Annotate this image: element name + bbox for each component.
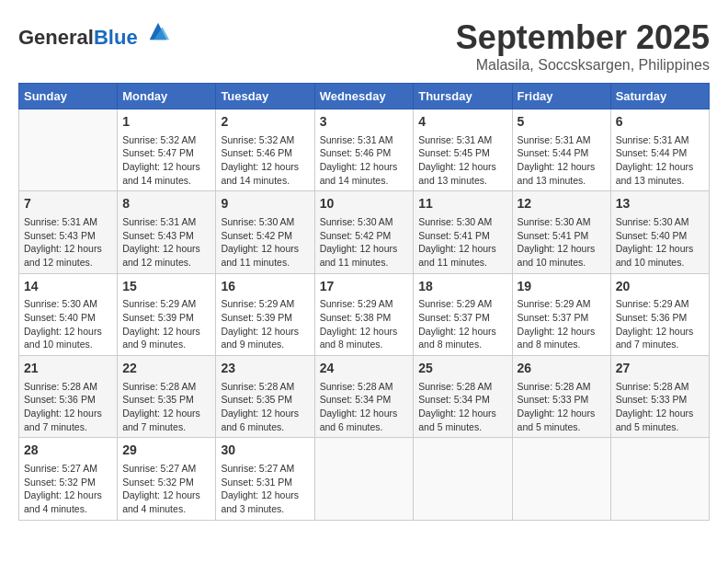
calendar-cell: [610, 438, 709, 520]
day-number: 12: [518, 195, 606, 213]
day-number: 11: [418, 195, 506, 213]
calendar-cell: 21Sunrise: 5:28 AM Sunset: 5:36 PM Dayli…: [19, 356, 118, 438]
day-detail: Sunrise: 5:29 AM Sunset: 5:38 PM Dayligh…: [320, 297, 409, 351]
calendar-cell: 10Sunrise: 5:30 AM Sunset: 5:42 PM Dayli…: [314, 191, 414, 273]
logo: GeneralBlue: [18, 18, 171, 49]
day-number: 18: [418, 278, 506, 296]
day-detail: Sunrise: 5:32 AM Sunset: 5:46 PM Dayligh…: [221, 133, 309, 188]
day-number: 16: [221, 278, 309, 296]
day-detail: Sunrise: 5:32 AM Sunset: 5:47 PM Dayligh…: [122, 133, 210, 188]
day-detail: Sunrise: 5:29 AM Sunset: 5:39 PM Dayligh…: [221, 297, 309, 351]
day-detail: Sunrise: 5:28 AM Sunset: 5:33 PM Dayligh…: [616, 380, 704, 434]
weekday-tuesday: Tuesday: [216, 84, 314, 109]
day-number: 23: [221, 360, 309, 378]
calendar-cell: 20Sunrise: 5:29 AM Sunset: 5:36 PM Dayli…: [610, 273, 709, 355]
day-number: 13: [616, 195, 704, 213]
day-number: 15: [122, 278, 210, 296]
calendar-cell: 13Sunrise: 5:30 AM Sunset: 5:40 PM Dayli…: [610, 191, 709, 273]
day-detail: Sunrise: 5:28 AM Sunset: 5:36 PM Dayligh…: [24, 380, 112, 434]
calendar-cell: 27Sunrise: 5:28 AM Sunset: 5:33 PM Dayli…: [610, 356, 709, 438]
calendar-cell: 19Sunrise: 5:29 AM Sunset: 5:37 PM Dayli…: [512, 273, 610, 355]
day-number: 22: [122, 360, 210, 378]
day-number: 21: [24, 360, 112, 378]
day-number: 4: [418, 113, 506, 132]
weekday-friday: Friday: [512, 84, 610, 109]
day-detail: Sunrise: 5:28 AM Sunset: 5:34 PM Dayligh…: [320, 380, 409, 434]
logo-blue: Blue: [94, 26, 138, 49]
day-number: 20: [616, 278, 704, 296]
day-number: 30: [221, 442, 309, 460]
day-number: 26: [518, 360, 606, 378]
calendar-cell: 23Sunrise: 5:28 AM Sunset: 5:35 PM Dayli…: [216, 356, 314, 438]
logo-icon: [145, 18, 171, 44]
day-detail: Sunrise: 5:29 AM Sunset: 5:37 PM Dayligh…: [418, 297, 506, 351]
day-number: 19: [518, 278, 606, 296]
day-number: 25: [418, 360, 506, 378]
calendar-body: 1Sunrise: 5:32 AM Sunset: 5:47 PM Daylig…: [19, 109, 710, 521]
weekday-header-row: SundayMondayTuesdayWednesdayThursdayFrid…: [19, 84, 710, 109]
calendar-cell: 29Sunrise: 5:27 AM Sunset: 5:32 PM Dayli…: [118, 438, 216, 520]
calendar-cell: 16Sunrise: 5:29 AM Sunset: 5:39 PM Dayli…: [216, 273, 314, 355]
calendar-cell: 6Sunrise: 5:31 AM Sunset: 5:44 PM Daylig…: [610, 109, 709, 191]
calendar-cell: 18Sunrise: 5:29 AM Sunset: 5:37 PM Dayli…: [414, 273, 512, 355]
weekday-thursday: Thursday: [414, 84, 512, 109]
calendar-cell: 28Sunrise: 5:27 AM Sunset: 5:32 PM Dayli…: [19, 438, 118, 520]
day-number: 2: [221, 113, 309, 132]
day-detail: Sunrise: 5:28 AM Sunset: 5:35 PM Dayligh…: [122, 380, 210, 434]
day-detail: Sunrise: 5:27 AM Sunset: 5:31 PM Dayligh…: [221, 462, 309, 516]
calendar-cell: 8Sunrise: 5:31 AM Sunset: 5:43 PM Daylig…: [118, 191, 216, 273]
day-detail: Sunrise: 5:31 AM Sunset: 5:44 PM Dayligh…: [518, 133, 606, 188]
calendar-cell: 25Sunrise: 5:28 AM Sunset: 5:34 PM Dayli…: [414, 356, 512, 438]
calendar-week-5: 28Sunrise: 5:27 AM Sunset: 5:32 PM Dayli…: [19, 438, 710, 520]
calendar-cell: 22Sunrise: 5:28 AM Sunset: 5:35 PM Dayli…: [118, 356, 216, 438]
calendar-week-1: 1Sunrise: 5:32 AM Sunset: 5:47 PM Daylig…: [19, 109, 710, 191]
day-number: 9: [221, 195, 309, 213]
subtitle: Malasila, Soccsksargen, Philippines: [456, 57, 710, 74]
calendar-table: SundayMondayTuesdayWednesdayThursdayFrid…: [18, 83, 710, 521]
calendar-cell: 14Sunrise: 5:30 AM Sunset: 5:40 PM Dayli…: [19, 273, 118, 355]
month-title: September 2025: [456, 18, 710, 57]
weekday-saturday: Saturday: [610, 84, 709, 109]
day-detail: Sunrise: 5:31 AM Sunset: 5:44 PM Dayligh…: [616, 133, 704, 188]
day-detail: Sunrise: 5:28 AM Sunset: 5:35 PM Dayligh…: [221, 380, 309, 434]
calendar-cell: 15Sunrise: 5:29 AM Sunset: 5:39 PM Dayli…: [118, 273, 216, 355]
calendar-cell: 24Sunrise: 5:28 AM Sunset: 5:34 PM Dayli…: [314, 356, 414, 438]
day-detail: Sunrise: 5:29 AM Sunset: 5:36 PM Dayligh…: [616, 297, 704, 351]
calendar-cell: 2Sunrise: 5:32 AM Sunset: 5:46 PM Daylig…: [216, 109, 314, 191]
day-detail: Sunrise: 5:30 AM Sunset: 5:40 PM Dayligh…: [616, 215, 704, 270]
day-number: 29: [122, 442, 210, 460]
day-number: 17: [320, 278, 409, 296]
day-number: 7: [24, 195, 112, 213]
day-number: 1: [122, 113, 210, 132]
day-detail: Sunrise: 5:30 AM Sunset: 5:42 PM Dayligh…: [221, 215, 309, 270]
day-detail: Sunrise: 5:30 AM Sunset: 5:42 PM Dayligh…: [320, 215, 409, 270]
calendar-cell: 1Sunrise: 5:32 AM Sunset: 5:47 PM Daylig…: [118, 109, 216, 191]
calendar-cell: 26Sunrise: 5:28 AM Sunset: 5:33 PM Dayli…: [512, 356, 610, 438]
day-detail: Sunrise: 5:27 AM Sunset: 5:32 PM Dayligh…: [122, 462, 210, 516]
day-number: 5: [518, 113, 606, 132]
calendar-cell: [19, 109, 118, 191]
calendar-week-3: 14Sunrise: 5:30 AM Sunset: 5:40 PM Dayli…: [19, 273, 710, 355]
day-detail: Sunrise: 5:31 AM Sunset: 5:46 PM Dayligh…: [320, 133, 409, 188]
day-detail: Sunrise: 5:31 AM Sunset: 5:45 PM Dayligh…: [418, 133, 506, 188]
calendar-cell: 30Sunrise: 5:27 AM Sunset: 5:31 PM Dayli…: [216, 438, 314, 520]
calendar-cell: [512, 438, 610, 520]
weekday-wednesday: Wednesday: [314, 84, 414, 109]
day-detail: Sunrise: 5:30 AM Sunset: 5:41 PM Dayligh…: [418, 215, 506, 270]
day-number: 27: [616, 360, 704, 378]
day-number: 6: [616, 113, 704, 132]
page-header: GeneralBlue September 2025 Malasila, Soc…: [18, 18, 710, 74]
calendar-cell: 3Sunrise: 5:31 AM Sunset: 5:46 PM Daylig…: [314, 109, 414, 191]
day-detail: Sunrise: 5:29 AM Sunset: 5:37 PM Dayligh…: [518, 297, 606, 351]
day-detail: Sunrise: 5:30 AM Sunset: 5:40 PM Dayligh…: [24, 297, 112, 351]
calendar-cell: 7Sunrise: 5:31 AM Sunset: 5:43 PM Daylig…: [19, 191, 118, 273]
calendar-cell: 17Sunrise: 5:29 AM Sunset: 5:38 PM Dayli…: [314, 273, 414, 355]
day-detail: Sunrise: 5:28 AM Sunset: 5:34 PM Dayligh…: [418, 380, 506, 434]
day-number: 10: [320, 195, 409, 213]
calendar-cell: 4Sunrise: 5:31 AM Sunset: 5:45 PM Daylig…: [414, 109, 512, 191]
day-detail: Sunrise: 5:27 AM Sunset: 5:32 PM Dayligh…: [24, 462, 112, 516]
logo-general: General: [18, 26, 94, 49]
day-detail: Sunrise: 5:31 AM Sunset: 5:43 PM Dayligh…: [24, 215, 112, 270]
weekday-monday: Monday: [118, 84, 216, 109]
calendar-cell: 11Sunrise: 5:30 AM Sunset: 5:41 PM Dayli…: [414, 191, 512, 273]
